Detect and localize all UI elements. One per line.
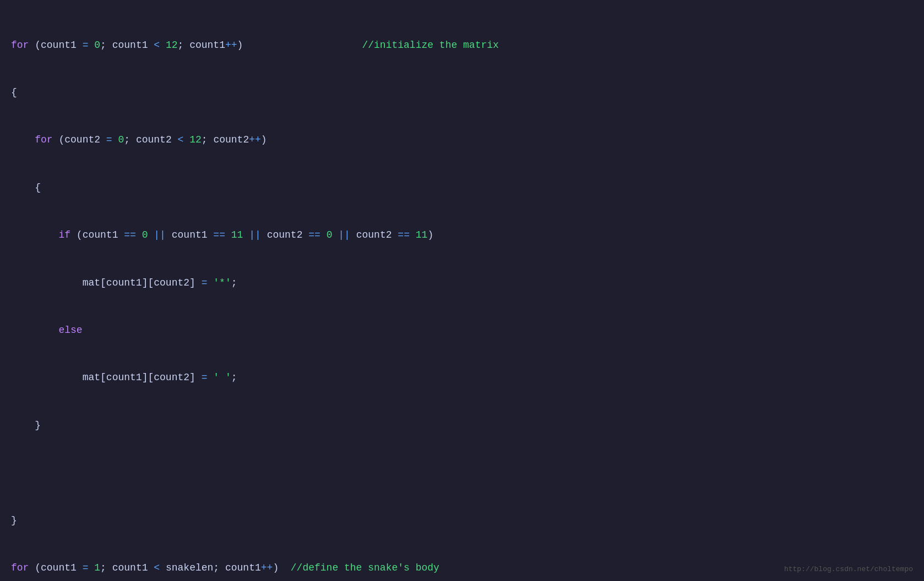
code-block: for (count1 = 0; count1 < 12; count1++) … [11,6,913,581]
line-8: mat[count1][count2] = ' '; [11,370,913,386]
watermark: http://blog.csdn.net/choltempo [784,564,913,575]
line-9: } [11,418,913,434]
line-4: { [11,180,913,196]
line-7: else [11,322,913,338]
line-1: for (count1 = 0; count1 < 12; count1++) … [11,37,913,53]
line-6: mat[count1][count2] = '*'; [11,275,913,291]
line-5: if (count1 == 0 || count1 == 11 || count… [11,227,913,243]
line-10 [11,465,913,481]
line-12: for (count1 = 1; count1 < snakelen; coun… [11,560,913,576]
line-3: for (count2 = 0; count2 < 12; count2++) [11,132,913,148]
line-2: { [11,85,913,101]
line-11: } [11,513,913,529]
